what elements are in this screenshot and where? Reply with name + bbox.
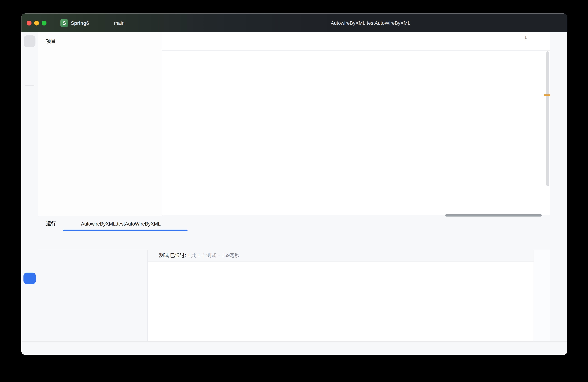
branch-name: main <box>114 20 125 26</box>
title-bar-right-actions <box>522 14 561 32</box>
debug-button[interactable] <box>447 20 453 26</box>
sidebar-item-more-tools[interactable] <box>26 115 33 122</box>
sidebar-item-build[interactable] <box>26 239 33 246</box>
sidebar-item-problems[interactable] <box>26 311 33 318</box>
test-tree <box>38 250 148 342</box>
chevron-down-icon <box>92 20 98 26</box>
settings-gear-icon[interactable] <box>555 20 561 26</box>
git-branch-icon <box>106 20 112 26</box>
project-panel-title: 项目 <box>46 38 56 44</box>
chevron-down-icon[interactable] <box>414 20 420 26</box>
run-panel-header: 运行 AutowireByXML.testAutoWireByXML <box>38 216 550 231</box>
test-console: 测试 已通过: 1 共 1 个测试 – 159毫秒 <box>148 250 534 342</box>
project-panel-header[interactable]: 项目 <box>38 32 162 50</box>
branch-widget[interactable]: main <box>106 14 139 32</box>
left-activity-bar <box>21 32 38 342</box>
editor-area: 1 <box>162 32 550 215</box>
problem-icon <box>26 311 32 317</box>
more-actions-icon[interactable] <box>462 20 468 26</box>
commit-icon <box>26 55 32 61</box>
sidebar-item-version-control[interactable] <box>26 329 33 336</box>
close-icon[interactable] <box>164 221 168 226</box>
sidebar-item-commit[interactable] <box>26 55 33 62</box>
run-tool-window: 运行 AutowireByXML.testAutoWireByXML 测试 <box>38 216 550 342</box>
terminal-icon <box>26 293 32 299</box>
check-icon <box>151 253 156 258</box>
tab-scrollbar[interactable] <box>445 214 542 216</box>
junit-test-icon <box>321 20 327 26</box>
chevron-down-icon[interactable] <box>539 35 544 40</box>
project-widget[interactable]: S Spring6 <box>60 14 98 32</box>
folder-icon <box>26 38 32 44</box>
structure-icon <box>26 97 32 103</box>
pull-request-icon <box>26 74 32 80</box>
chevron-down-icon <box>133 20 139 26</box>
tests-passed-label: 测试 已通过: 1 <box>159 252 190 259</box>
sidebar-item-database[interactable] <box>26 221 33 228</box>
sidebar-item-project[interactable] <box>26 38 33 45</box>
minimize-window-button[interactable] <box>34 21 39 25</box>
push-arrow-icon <box>126 20 131 25</box>
code-editor[interactable] <box>162 50 550 215</box>
hammer-icon <box>26 239 32 245</box>
intellij-window: S Spring6 main AutowireByXML.testAutoWir… <box>21 14 567 355</box>
database-check-icon <box>26 221 32 227</box>
sidebar-item-structure[interactable] <box>26 97 33 104</box>
warning-stripe-mark[interactable] <box>544 95 550 96</box>
junit-test-icon <box>72 221 78 227</box>
editor-scrollbar[interactable] <box>546 51 549 186</box>
title-bar: S Spring6 main AutowireByXML.testAutoWir… <box>21 14 567 32</box>
zoom-window-button[interactable] <box>42 21 46 25</box>
tests-total-label: 共 1 个测试 – 159毫秒 <box>191 252 239 259</box>
code-with-me-icon[interactable] <box>522 20 527 26</box>
search-everywhere-icon[interactable] <box>539 20 545 26</box>
services-icon <box>26 257 32 263</box>
run-configuration-widget: AutowireByXML.testAutoWireByXML <box>321 14 468 32</box>
run-tab-label: AutowireByXML.testAutoWireByXML <box>81 221 161 227</box>
close-window-button[interactable] <box>27 21 32 25</box>
warning-icon <box>517 35 523 40</box>
sidebar-item-pull-requests[interactable] <box>26 74 33 81</box>
active-tab-underline <box>63 230 188 231</box>
git-branch-icon <box>26 329 32 335</box>
project-badge: S <box>60 19 68 27</box>
sidebar-item-run[interactable] <box>26 275 33 282</box>
run-toolbar <box>38 231 550 250</box>
run-configuration-name[interactable]: AutowireByXML.testAutoWireByXML <box>331 20 410 26</box>
chevron-up-icon[interactable] <box>530 35 535 40</box>
chevron-down-icon <box>59 38 64 44</box>
sidebar-item-terminal[interactable] <box>26 293 33 300</box>
test-status-line: 测试 已通过: 1 共 1 个测试 – 159毫秒 <box>148 250 534 262</box>
main-area: 项目 1 运行 <box>21 32 567 342</box>
inspections-widget[interactable]: 1 <box>517 35 543 40</box>
divider <box>25 85 34 86</box>
console-output[interactable] <box>148 262 534 266</box>
editor-tab-bar <box>162 32 550 50</box>
run-content: 测试 已通过: 1 共 1 个测试 – 159毫秒 <box>38 250 550 342</box>
run-tab[interactable]: AutowireByXML.testAutoWireByXML <box>72 221 168 227</box>
more-horizontal-icon <box>26 115 32 120</box>
play-solid-icon <box>26 275 32 281</box>
desktop: S Spring6 main AutowireByXML.testAutoWir… <box>0 0 588 382</box>
run-panel-title[interactable]: 运行 <box>46 220 56 227</box>
project-name: Spring6 <box>71 20 89 26</box>
sidebar-item-services[interactable] <box>26 257 33 264</box>
status-bar <box>21 341 567 355</box>
console-right-toolbar <box>534 250 550 342</box>
warning-count: 1 <box>524 35 527 40</box>
run-button[interactable] <box>431 20 437 26</box>
